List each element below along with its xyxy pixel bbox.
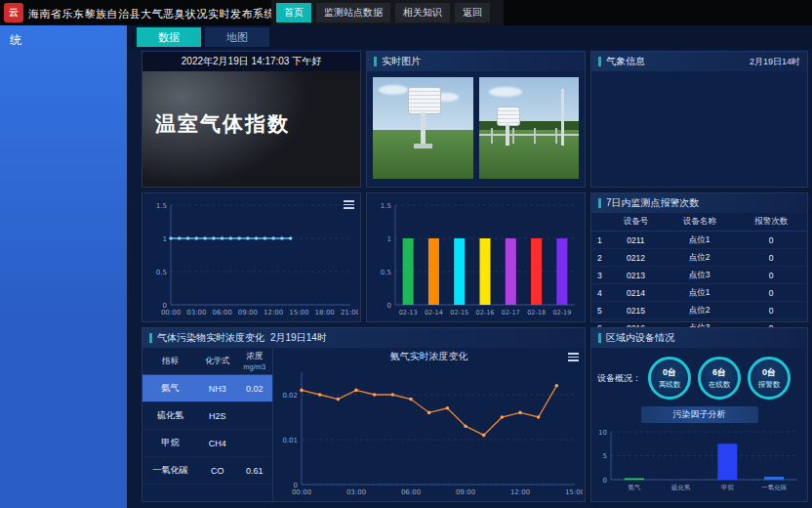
svg-text:02-15: 02-15 <box>450 309 468 317</box>
nav-knowledge[interactable]: 相关知识 <box>395 3 450 22</box>
sidebar-item-system[interactable]: 统 <box>0 25 127 56</box>
mast-pole <box>561 89 564 146</box>
weather-panel-header: 气象信息 2月19日14时 <box>591 52 807 71</box>
pollutant-row[interactable]: 氨气NH30.02 <box>142 375 272 402</box>
dashboard-root: 云 海南省乐东黎族自治县大气恶臭状况实时发布系统 首页 监测站点数据 相关知识 … <box>0 0 812 508</box>
daily-index-panel: 00.511.502-1302-1402-1502-1602-1702-1802… <box>366 192 586 322</box>
concentration-unit: mg/m3 <box>239 362 270 371</box>
weather-panel: 气象信息 2月19日14时 <box>590 51 808 188</box>
pollutants-title: 气体污染物实时浓度变化 <box>157 331 264 345</box>
titlebar: 云 海南省乐东黎族自治县大气恶臭状况实时发布系统 首页 监测站点数据 相关知识 … <box>0 0 812 25</box>
chart-menu-icon[interactable] <box>568 351 579 363</box>
fence-post <box>534 128 536 144</box>
pollutant-table-body: 氨气NH30.02硫化氢H2S甲烷CH4一氧化碳CO0.61 <box>142 375 272 485</box>
svg-text:0.5: 0.5 <box>156 269 167 276</box>
online-count: 6台 <box>712 366 726 379</box>
svg-text:一氧化碳: 一氧化碳 <box>761 484 788 491</box>
monitor-shelter <box>408 87 441 114</box>
offline-count: 0台 <box>663 366 676 379</box>
main-content: 数据 地图 2022年2月19日 14:17:03 下午好 温室气体指数 实时图… <box>127 25 812 508</box>
nav-home[interactable]: 首页 <box>276 3 311 22</box>
col-alarm-count: 报警次数 <box>735 213 807 232</box>
online-count-badge: 6台 在线数 <box>698 357 741 400</box>
tabbar: 数据 地图 <box>127 25 812 49</box>
svg-text:0.01: 0.01 <box>282 437 298 444</box>
table-row: 30213点位30 <box>591 267 807 284</box>
pollutant-row[interactable]: 甲烷CH4 <box>142 430 272 457</box>
device-overview: 设备概况： 0台 离线数 6台 在线数 0台 报警数 <box>591 348 807 403</box>
fence-post <box>491 128 493 144</box>
svg-text:00:00: 00:00 <box>161 309 181 317</box>
svg-text:1.5: 1.5 <box>381 202 391 210</box>
pollutants-time: 2月19日14时 <box>270 331 327 345</box>
monitor-pole <box>506 124 509 146</box>
svg-text:0.5: 0.5 <box>381 269 391 276</box>
svg-text:15:00: 15:00 <box>565 488 583 496</box>
svg-text:硫化氢: 硫化氢 <box>670 484 691 491</box>
pollutants-panel-header: 气体污染物实时浓度变化 2月19日14时 <box>142 328 585 348</box>
pollutants-body: 指标 化学式 浓度 mg/m3 氨气NH30.02硫化氢H2S甲烷CH4一氧化碳… <box>142 348 585 501</box>
svg-text:0.02: 0.02 <box>282 392 298 400</box>
fence-post <box>512 128 514 144</box>
table-row: 20212点位20 <box>591 249 807 267</box>
svg-text:00:00: 00:00 <box>292 488 311 496</box>
tab-data[interactable]: 数据 <box>137 27 201 47</box>
svg-text:06:00: 06:00 <box>212 309 231 317</box>
svg-text:21:00: 21:00 <box>341 309 358 317</box>
svg-text:09:00: 09:00 <box>456 488 475 496</box>
svg-text:18:00: 18:00 <box>315 309 335 317</box>
pollutant-row[interactable]: 硫化氢H2S <box>142 402 272 430</box>
nav-station-data[interactable]: 监测站点数据 <box>316 3 390 22</box>
svg-text:1: 1 <box>387 235 391 243</box>
svg-text:03:00: 03:00 <box>186 309 206 317</box>
svg-text:02-19: 02-19 <box>552 309 571 317</box>
col-device-name: 设备名称 <box>664 213 736 232</box>
devices-title: 区域内设备情况 <box>606 331 674 345</box>
tab-map[interactable]: 地图 <box>205 27 269 47</box>
table-row: 40214点位10 <box>591 284 807 302</box>
app-logo: 云 <box>4 3 23 22</box>
pollutants-panel: 气体污染物实时浓度变化 2月19日14时 指标 化学式 浓度 mg/m3 <box>142 327 586 502</box>
svg-text:02-18: 02-18 <box>527 309 546 317</box>
weather-title: 气象信息 <box>606 55 645 68</box>
alarm-table-body: 10211点位1020212点位2030213点位3040214点位105021… <box>591 232 807 337</box>
monitor-base <box>414 144 432 148</box>
weather-time: 2月19日14时 <box>750 56 800 68</box>
svg-text:氨气: 氨气 <box>628 484 641 491</box>
table-row: 50215点位20 <box>591 302 807 319</box>
photos-title: 实时图片 <box>382 55 421 68</box>
alarm-table-header: 设备号 设备名称 报警次数 <box>591 213 807 232</box>
factor-analysis-title: 污染因子分析 <box>641 406 758 423</box>
top-nav: 首页 监测站点数据 相关知识 返回 <box>271 0 504 25</box>
col-concentration: 浓度 mg/m3 <box>237 348 272 375</box>
svg-text:10: 10 <box>598 429 607 437</box>
photo-station-1[interactable] <box>373 77 473 179</box>
treeline <box>479 121 580 130</box>
chart-menu-icon[interactable] <box>344 198 354 211</box>
photos-panel-header: 实时图片 <box>367 52 585 71</box>
svg-text:5: 5 <box>603 452 607 460</box>
alarms-panel-header: 7日内监测点报警次数 <box>591 193 807 213</box>
fence <box>479 134 580 136</box>
photo-station-2[interactable] <box>479 77 580 179</box>
nh3-chart-area: 氨气实时浓度变化 00.010.0200:0003:0006:0009:0012… <box>273 348 585 501</box>
col-index <box>591 213 608 232</box>
cloud-shape <box>379 85 408 95</box>
svg-text:03:00: 03:00 <box>346 488 366 496</box>
alarm-label: 报警数 <box>758 380 781 390</box>
sidebar: 统 <box>0 25 127 508</box>
photo-row <box>367 71 585 185</box>
photos-panel: 实时图片 <box>366 51 586 188</box>
monitor-shelter <box>497 106 520 126</box>
greeting-panel: 2022年2月19日 14:17:03 下午好 温室气体指数 <box>142 51 361 188</box>
svg-text:02-14: 02-14 <box>425 309 443 317</box>
nav-back[interactable]: 返回 <box>455 3 490 22</box>
pollutant-row[interactable]: 一氧化碳CO0.61 <box>142 457 272 485</box>
col-device-id: 设备号 <box>608 213 664 232</box>
svg-text:02-16: 02-16 <box>476 309 495 317</box>
index-trend-panel: 00.511.500:0003:0006:0009:0012:0015:0018… <box>142 192 361 322</box>
svg-text:0: 0 <box>387 302 391 310</box>
svg-text:12:00: 12:00 <box>264 309 283 317</box>
table-row: 10211点位10 <box>591 232 807 249</box>
nh3-trend-chart: 00.010.0200:0003:0006:0009:0012:0015:00 <box>275 364 583 499</box>
